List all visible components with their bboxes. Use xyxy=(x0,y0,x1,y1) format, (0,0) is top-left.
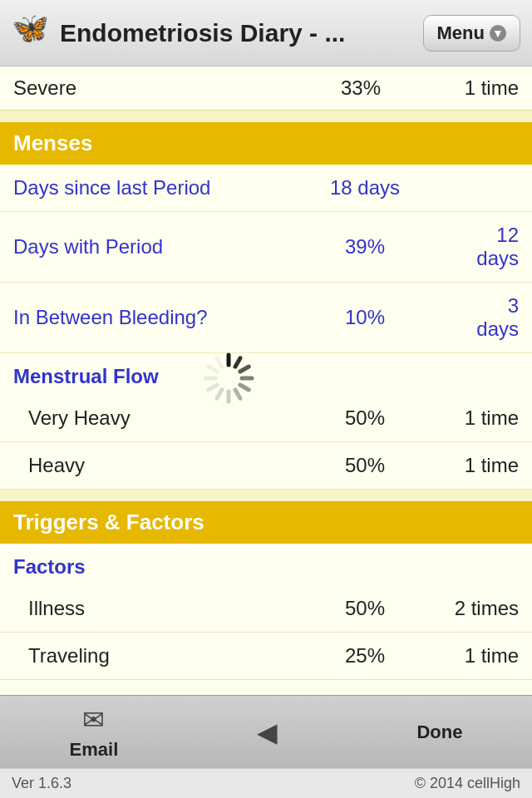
email-icon: ✉ xyxy=(82,704,105,736)
illness-label: Illness xyxy=(13,597,319,620)
menu-text: Menu xyxy=(437,22,485,44)
svg-line-10 xyxy=(209,367,217,372)
menses-title: Menses xyxy=(13,131,92,155)
header-left: 🦋 Endometriosis Diary - ... xyxy=(12,13,345,53)
heavy-label: Heavy xyxy=(13,454,319,477)
traveling-count: 1 time xyxy=(411,644,519,667)
very-heavy-row: Very Heavy 50% 1 time xyxy=(0,395,532,442)
severe-pct: 33% xyxy=(311,76,411,100)
in-between-bleeding-row: In Between Bleeding? 10% 3days xyxy=(0,283,532,353)
very-heavy-count: 1 time xyxy=(411,406,519,430)
main-content: Severe 33% 1 time Menses Days since last… xyxy=(0,66,532,695)
in-between-pct: 10% xyxy=(319,306,411,329)
svg-line-5 xyxy=(235,390,240,398)
app-header: 🦋 Endometriosis Diary - ... Email Menu ▼ xyxy=(0,0,532,66)
factors-header: Factors xyxy=(0,544,532,585)
factors-label: Factors xyxy=(13,555,86,578)
heavy-count: 1 time xyxy=(411,454,519,477)
spacer-2 xyxy=(0,490,532,501)
traveling-label: Traveling xyxy=(13,644,319,667)
triggers-section-header: Triggers & Factors xyxy=(0,501,532,544)
triggers-title: Triggers & Factors xyxy=(13,510,204,534)
chevron-down-icon: ▼ xyxy=(490,25,506,42)
version-left: Ver 1.6.3 xyxy=(12,775,71,792)
menstrual-flow-header: Menstrual Flow xyxy=(0,353,532,395)
menstrual-flow-label: Menstrual Flow xyxy=(13,365,159,387)
done-button[interactable]: Done xyxy=(416,722,462,743)
very-heavy-pct: 50% xyxy=(319,406,411,430)
days-since-label: Days since last Period xyxy=(13,176,319,200)
version-bar: Ver 1.6.3 © 2014 cellHigh xyxy=(0,768,532,798)
days-with-pct: 39% xyxy=(319,235,411,259)
back-icon: ◀ xyxy=(257,717,278,748)
days-with-label: Days with Period xyxy=(13,235,319,259)
version-right: © 2014 cellHigh xyxy=(415,775,520,792)
email-label: Email xyxy=(70,739,119,761)
severe-count: 1 time xyxy=(411,76,519,100)
butterfly-icon: 🦋 xyxy=(12,13,52,53)
svg-line-7 xyxy=(217,390,222,398)
severe-row: Severe 33% 1 time xyxy=(0,66,532,111)
done-label: Done xyxy=(416,722,462,743)
days-with-period-row: Days with Period 39% 12days xyxy=(0,212,532,283)
app-title: Endometriosis Diary - ... xyxy=(60,19,345,47)
svg-line-2 xyxy=(240,367,249,372)
svg-line-1 xyxy=(235,358,240,367)
svg-line-4 xyxy=(240,385,249,390)
menses-section-header: Menses xyxy=(0,122,532,165)
back-button[interactable]: ◀ xyxy=(257,717,278,748)
in-between-count: 3days xyxy=(411,294,519,341)
bottom-toolbar: ✉ Email ◀ Done xyxy=(0,695,532,768)
heavy-row: Heavy 50% 1 time xyxy=(0,442,532,490)
heavy-pct: 50% xyxy=(319,454,411,477)
in-between-label: In Between Bleeding? xyxy=(13,306,319,329)
traveling-row: Traveling 25% 1 time xyxy=(0,633,532,680)
loading-spinner xyxy=(200,349,266,416)
days-since-period-row: Days since last Period 18 days xyxy=(0,165,532,212)
email-button[interactable]: ✉ Email xyxy=(70,704,119,761)
illness-row: Illness 50% 2 times xyxy=(0,585,532,633)
severe-label: Severe xyxy=(13,76,311,100)
illness-count: 2 times xyxy=(411,597,519,620)
svg-line-8 xyxy=(209,385,217,390)
illness-pct: 50% xyxy=(319,597,411,620)
traveling-pct: 25% xyxy=(319,644,411,667)
menu-button[interactable]: Email Menu ▼ xyxy=(423,15,520,52)
exposure-cold-row: Exposure to Cold 25% 1 time xyxy=(0,680,532,695)
svg-line-11 xyxy=(217,358,222,367)
days-since-pct: 18 days xyxy=(319,176,411,200)
days-with-count: 12days xyxy=(411,224,519,270)
very-heavy-label: Very Heavy xyxy=(13,406,319,430)
spacer-1 xyxy=(0,111,532,122)
